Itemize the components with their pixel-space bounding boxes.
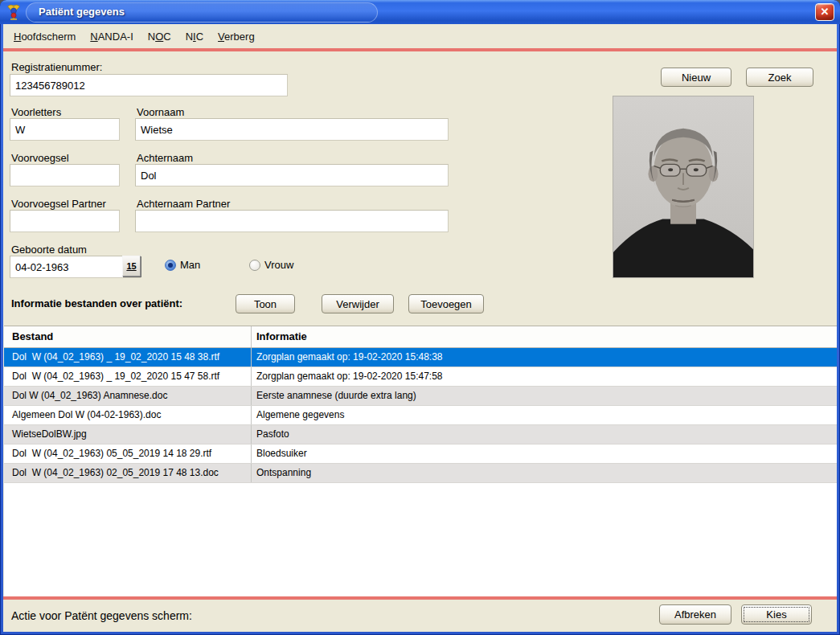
female-radio[interactable] [249, 260, 260, 271]
file-name-cell: Dol W (04_02_1963) _ 19_02_2020 15 48 38… [4, 348, 252, 367]
file-name-cell: Dol W (04_02_1963) Anamnese.doc [4, 387, 252, 405]
firstname-label: Voornaam [137, 106, 184, 118]
client-area: Hoofdscherm NANDA-I NOC NIC Verberg Regi… [3, 24, 837, 632]
menu-verberg[interactable]: Verberg [211, 27, 262, 47]
birthdate-label: Geboorte datum [11, 244, 87, 256]
portrait-image [613, 96, 753, 277]
table-row[interactable]: Dol W (04_02_1963) 02_05_2019 17 48 13.d… [4, 464, 837, 483]
file-name-cell: Algemeen Dol W (04-02-1963).doc [4, 406, 252, 424]
initials-label: Voorletters [11, 106, 61, 118]
column-header-informatie[interactable]: Informatie [252, 326, 837, 347]
initials-input[interactable] [10, 118, 120, 141]
partner-prefix-input[interactable] [10, 210, 120, 232]
table-row[interactable]: WietseDolBW.jpgPasfoto [4, 425, 837, 444]
prefix-label: Voorvoegsel [11, 152, 69, 164]
registration-input[interactable] [10, 74, 288, 96]
caduceus-icon [6, 3, 22, 21]
partner-lastname-label: Achternaam Partner [137, 198, 230, 210]
file-name-cell: Dol W (04_02_1963) 05_05_2019 14 18 29.r… [4, 444, 252, 463]
file-info-cell: Eerste anamnese (duurde extra lang) [252, 387, 837, 405]
file-info-cell: Zorgplan gemaakt op: 19-02-2020 15:48:38 [252, 348, 837, 367]
menu-noc[interactable]: NOC [141, 27, 178, 47]
lastname-label: Achternaam [137, 152, 193, 164]
new-button[interactable]: Nieuw [661, 68, 731, 87]
file-name-cell: WietseDolBW.jpg [4, 425, 252, 444]
male-radio[interactable] [165, 260, 176, 271]
files-section-label: Informatie bestanden over patiënt: [11, 297, 182, 309]
table-row[interactable]: Dol W (04_02_1963) _ 19_02_2020 15 47 58… [4, 367, 837, 387]
file-info-cell: Ontspanning [252, 464, 837, 482]
registration-label: Registratienummer: [11, 61, 102, 73]
lastname-input[interactable] [135, 164, 449, 186]
search-button[interactable]: Zoek [746, 68, 813, 87]
cancel-button[interactable]: Afbreken [659, 604, 731, 625]
close-button[interactable]: ✕ [815, 3, 834, 21]
footer-action-label: Actie voor Patënt gegevens scherm: [11, 600, 192, 632]
file-name-cell: Dol W (04_02_1963) _ 19_02_2020 15 47 58… [4, 367, 252, 386]
window-title: Patiënt gegevens [39, 0, 125, 23]
birthdate-input[interactable] [10, 256, 141, 278]
partner-lastname-input[interactable] [135, 210, 449, 232]
add-file-button[interactable]: Toevoegen [408, 294, 484, 313]
table-row[interactable]: Dol W (04_02_1963) _ 19_02_2020 15 48 38… [4, 348, 837, 367]
prefix-input[interactable] [10, 164, 120, 186]
column-header-bestand[interactable]: Bestand [4, 326, 252, 347]
menu-nic[interactable]: NIC [178, 27, 211, 47]
separator-line-top [3, 48, 837, 51]
menu-nanda-i[interactable]: NANDA-I [83, 27, 140, 47]
table-body: Dol W (04_02_1963) _ 19_02_2020 15 48 38… [4, 348, 837, 483]
file-info-cell: Algemene gegevens [252, 406, 837, 424]
female-radio-label: Vrouw [264, 259, 293, 271]
choose-button[interactable]: Kies [741, 604, 812, 625]
table-row[interactable]: Dol W (04_02_1963) 05_05_2019 14 18 29.r… [4, 444, 837, 464]
table-row[interactable]: Dol W (04_02_1963) Anamnese.docEerste an… [4, 387, 837, 406]
files-table: Bestand Informatie Dol W (04_02_1963) _ … [4, 326, 837, 596]
menu-hoofdscherm[interactable]: Hoofdscherm [6, 27, 83, 47]
male-radio-label: Man [180, 259, 200, 271]
firstname-input[interactable] [135, 118, 449, 141]
menubar: Hoofdscherm NANDA-I NOC NIC Verberg [3, 24, 837, 48]
file-info-cell: Pasfoto [252, 425, 837, 444]
calendar-button[interactable]: 15 [122, 256, 141, 277]
file-name-cell: Dol W (04_02_1963) 02_05_2019 17 48 13.d… [4, 464, 252, 482]
file-info-cell: Zorgplan gemaakt op: 19-02-2020 15:47:58 [252, 367, 837, 386]
table-header: Bestand Informatie [4, 326, 837, 348]
patient-photo [613, 96, 754, 278]
file-info-cell: Bloedsuiker [252, 444, 837, 463]
patient-data-window: Patiënt gegevens ✕ Hoofdscherm NANDA-I N… [0, 0, 840, 635]
table-row[interactable]: Algemeen Dol W (04-02-1963).docAlgemene … [4, 406, 837, 425]
show-file-button[interactable]: Toon [236, 294, 295, 313]
delete-file-button[interactable]: Verwijder [322, 294, 394, 313]
partner-prefix-label: Voorvoegsel Partner [11, 198, 106, 210]
titlebar: Patiënt gegevens ✕ [0, 0, 840, 24]
